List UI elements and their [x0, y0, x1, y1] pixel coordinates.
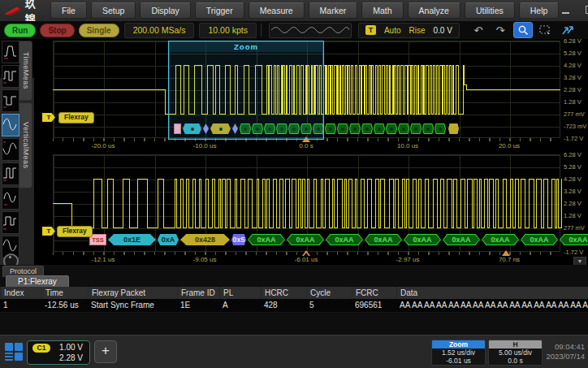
horizontal-timebase-scale: 5.00 us/div — [489, 349, 542, 357]
cell-hcrc: 428 — [261, 299, 306, 312]
scale-label: 277 mV — [564, 110, 585, 118]
preview-sine-icon — [270, 24, 349, 36]
cell-index: 1 — [0, 299, 41, 312]
menu-display[interactable]: Display — [140, 2, 190, 19]
decode-frame-cycle: 0x5 — [231, 234, 246, 245]
lower-trigger-position-marker[interactable] — [502, 250, 510, 256]
menu-setup[interactable]: Setup — [91, 2, 136, 19]
lower-axis-label: -12.1 us — [92, 256, 115, 263]
menu-measure[interactable]: Measure — [249, 2, 305, 19]
col-packet: Flexray Packet — [88, 287, 177, 299]
decode-frame-mini-data — [386, 123, 397, 134]
cursor-arrows-icon[interactable] — [559, 23, 577, 37]
display-layout-icon[interactable] — [5, 343, 23, 361]
trigger-level[interactable]: 0.0 V — [434, 26, 452, 35]
single-button[interactable]: Single — [79, 24, 119, 37]
menu-trigger[interactable]: Trigger — [195, 2, 244, 19]
trigger-source-badge[interactable]: T — [365, 25, 376, 35]
status-bar: C1 1.00 V 2.28 V + Zoom 1.52 us/div -6.0… — [0, 335, 588, 368]
title-bar: 玖锦 File Setup Display Trigger Measure Ma… — [0, 0, 588, 21]
lower-axis-label: -6.01 us — [295, 256, 318, 263]
lower-axis-label: -2.97 us — [396, 256, 420, 263]
channel-1-offset: 2.28 V — [59, 353, 83, 362]
col-data: Data — [396, 287, 588, 299]
channel-1-widget[interactable]: C1 1.00 V 2.28 V — [27, 340, 90, 365]
zoom-tool-icon[interactable] — [513, 22, 533, 38]
scale-label: 6.28 V — [564, 37, 582, 45]
scale-label: -1.72 V — [564, 135, 583, 142]
horizontal-timebase-widget[interactable]: H 5.00 us/div 0.0 s — [488, 340, 543, 366]
stop-button[interactable]: Stop — [40, 24, 74, 37]
lower-bus-label[interactable]: Flexray — [57, 226, 93, 237]
col-cycle: Cycle — [306, 287, 352, 299]
decode-frame-mini-data — [361, 123, 373, 134]
decode-frame-mini-data — [398, 123, 409, 134]
zoom-timebase-title: Zoom — [432, 340, 485, 349]
clock-time: 09:04:41 — [546, 342, 585, 352]
waveform-preview[interactable] — [269, 23, 352, 38]
col-fcrc: FCRC — [352, 287, 396, 299]
decode-frame-data: 0xAA — [482, 234, 519, 245]
protocol-table: Index Time Flexray Packet Frame ID PL HC… — [0, 287, 588, 313]
menu-help[interactable]: Help — [519, 2, 560, 19]
trigger-settings[interactable]: T Auto Rise 0.0 V — [358, 23, 460, 38]
run-button[interactable]: Run — [4, 24, 36, 37]
clock-date: 2023/07/14 — [546, 352, 585, 362]
zoom-timebase-position: -6.01 us — [432, 357, 485, 365]
cell-fcrc: 696561 — [352, 299, 396, 312]
trigger-slope[interactable]: Rise — [409, 26, 426, 35]
zoom-timebase-widget[interactable]: Zoom 1.52 us/div -6.01 us — [431, 340, 486, 366]
scale-label: 1.28 V — [564, 98, 582, 106]
add-channel-button[interactable]: + — [94, 340, 117, 363]
minimize-icon[interactable] — [559, 6, 572, 15]
menu-bar: File Setup Display Trigger Measure Marke… — [50, 2, 559, 19]
col-index: Index — [0, 287, 41, 299]
scale-label: 277 mV — [564, 224, 585, 232]
scale-label: 2.28 V — [564, 86, 582, 93]
upper-axis-label: 10.0 us — [397, 142, 418, 149]
window-controls: ✕ — [559, 6, 588, 16]
col-frame-id: Frame ID — [177, 287, 219, 299]
decode-frame-mini-data — [435, 123, 446, 134]
marquee-select-icon[interactable] — [537, 23, 555, 37]
menu-utilities[interactable]: Utilities — [465, 2, 515, 19]
protocol-table-header: Index Time Flexray Packet Frame ID PL HC… — [0, 287, 588, 299]
sample-rate-display[interactable]: 200.00 MSa/s — [124, 23, 195, 38]
undo-icon[interactable]: ↶ — [469, 23, 487, 37]
menu-analyze[interactable]: Analyze — [408, 2, 460, 19]
decode-frame-mini-data — [325, 123, 336, 134]
decode-frame-data: 0xAA — [326, 234, 363, 245]
scale-label: -1.72 V — [564, 249, 583, 256]
trigger-mode[interactable]: Auto — [384, 26, 401, 35]
brand-swoosh-icon — [3, 2, 22, 19]
menu-file[interactable]: File — [50, 2, 87, 19]
col-hcrc: HCRC — [261, 287, 306, 299]
scale-label: 3.28 V — [564, 188, 582, 195]
channel-1-badge[interactable]: C1 — [32, 344, 50, 353]
lower-waveform-trace — [53, 179, 562, 227]
decode-frame-data: 0xAA — [521, 234, 558, 245]
menu-math[interactable]: Math — [361, 2, 403, 19]
zoom-center-marker[interactable] — [302, 250, 310, 256]
upper-bus-label[interactable]: Flexray — [58, 112, 94, 123]
decode-frame-data: 0xAA — [287, 234, 324, 245]
protocol-table-row[interactable]: 1 -12.56 us Start Sync Frame 1E A 428 5 … — [0, 299, 588, 313]
decode-frame-data: 0xAA — [443, 234, 480, 245]
upper-axis-label: -20.0 us — [92, 142, 115, 149]
zoom-window[interactable]: Zoom — [168, 41, 324, 140]
redo-icon[interactable]: ↷ — [491, 23, 509, 37]
zoom-window-title: Zoom — [169, 41, 323, 52]
decode-frame-data: 0xAA — [365, 234, 402, 245]
menu-marker[interactable]: Marker — [309, 2, 358, 19]
memory-depth-display[interactable]: 10.00 kpts — [199, 23, 256, 38]
cell-packet: Start Sync Frame — [88, 299, 177, 312]
cell-frame-id: 1E — [177, 299, 219, 312]
decode-frame-pl: 0xA — [158, 234, 179, 245]
protocol-panel: Protocol P1:Flexray Index Time Flexray P… — [0, 265, 588, 335]
col-time: Time — [41, 287, 88, 299]
maximize-icon[interactable] — [583, 6, 588, 15]
lower-axis-label: -9.05 us — [193, 256, 217, 263]
decode-frame-data: 0xAA — [248, 234, 285, 245]
scale-label: 5.28 V — [564, 50, 582, 57]
toolbar-divider — [261, 24, 262, 37]
